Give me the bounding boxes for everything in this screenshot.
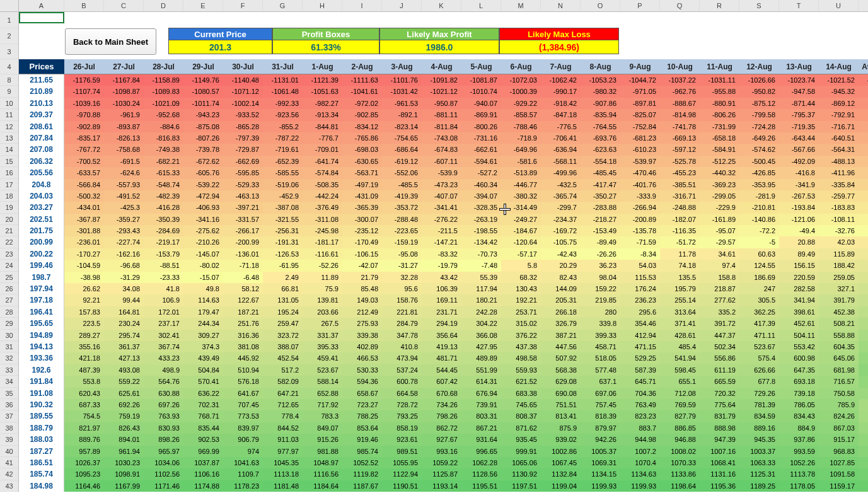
- value-cell[interactable]: 773.53: [223, 410, 263, 422]
- value-cell[interactable]: -8.34: [620, 248, 660, 260]
- value-cell[interactable]: 236.23: [620, 294, 660, 306]
- value-cell[interactable]: 1062.28: [461, 457, 501, 468]
- row-header-31[interactable]: 31: [0, 341, 18, 352]
- value-cell[interactable]: -884.6: [144, 121, 183, 132]
- value-cell[interactable]: -387.08: [263, 202, 303, 213]
- value-cell[interactable]: 1048.97: [303, 457, 342, 468]
- value-cell[interactable]: -95.08: [382, 248, 422, 260]
- value-cell[interactable]: 625.61: [104, 388, 144, 399]
- value-cell[interactable]: -866.98: [859, 98, 868, 109]
- value-cell[interactable]: 1178.23: [223, 480, 263, 492]
- value-cell[interactable]: -19.79: [422, 260, 461, 271]
- value-cell[interactable]: 582.09: [263, 376, 303, 387]
- row-header-37[interactable]: 37: [0, 410, 18, 422]
- value-cell[interactable]: 835.44: [183, 422, 223, 434]
- value-cell[interactable]: 647.21: [263, 388, 303, 399]
- value-cell[interactable]: 82.43: [541, 272, 581, 283]
- value-cell[interactable]: 786.05: [779, 399, 819, 410]
- value-cell[interactable]: -38.98: [64, 272, 104, 283]
- value-cell[interactable]: 391.72: [700, 318, 739, 329]
- value-cell[interactable]: 399.33: [581, 330, 620, 341]
- value-cell[interactable]: -411.96: [819, 167, 859, 178]
- value-cell[interactable]: 753.88: [859, 388, 868, 399]
- value-cell[interactable]: -341.16: [183, 214, 223, 225]
- value-cell[interactable]: 853.64: [342, 422, 382, 434]
- value-cell[interactable]: -672.62: [183, 156, 223, 167]
- value-cell[interactable]: -235.12: [342, 225, 382, 236]
- value-cell[interactable]: 529.25: [620, 352, 660, 364]
- value-cell[interactable]: 117.94: [461, 283, 501, 294]
- value-cell[interactable]: 21.79: [342, 272, 382, 283]
- value-cell[interactable]: 834.59: [739, 410, 779, 422]
- value-cell[interactable]: -311.08: [303, 214, 342, 225]
- value-cell[interactable]: -193.84: [779, 202, 819, 213]
- value-cell[interactable]: -607.11: [422, 156, 461, 167]
- value-cell[interactable]: -835.94: [581, 109, 620, 120]
- value-cell[interactable]: -83.32: [422, 248, 461, 260]
- price-cell[interactable]: 202.51: [19, 214, 64, 225]
- value-cell[interactable]: 327.1: [819, 283, 859, 294]
- value-cell[interactable]: 945.35: [739, 434, 779, 445]
- value-cell[interactable]: -567.66: [779, 144, 819, 155]
- value-cell[interactable]: 577.48: [581, 364, 620, 376]
- value-cell[interactable]: -200.99: [223, 236, 263, 248]
- value-cell[interactable]: 989.51: [382, 446, 422, 457]
- value-cell[interactable]: 352.28: [859, 283, 868, 294]
- value-cell[interactable]: -741.78: [660, 121, 700, 132]
- value-cell[interactable]: -136.01: [223, 248, 263, 260]
- col-header-p[interactable]: P: [620, 0, 660, 11]
- value-cell[interactable]: -525.78: [660, 156, 700, 167]
- value-cell[interactable]: 5.8: [501, 260, 541, 271]
- value-cell[interactable]: -140.86: [739, 214, 779, 225]
- col-header-t[interactable]: T: [779, 0, 819, 11]
- value-cell[interactable]: -29.57: [700, 236, 739, 248]
- value-cell[interactable]: -652.39: [263, 156, 303, 167]
- value-cell[interactable]: -731.16: [461, 132, 501, 144]
- price-cell[interactable]: 211.65: [19, 74, 64, 86]
- value-cell[interactable]: 1134.15: [581, 468, 620, 480]
- value-cell[interactable]: -649.26: [739, 132, 779, 144]
- row-header-22[interactable]: 22: [0, 236, 18, 248]
- value-cell[interactable]: -409.75: [859, 167, 868, 178]
- value-cell[interactable]: 331.37: [303, 330, 342, 341]
- value-cell[interactable]: 504.11: [779, 330, 819, 341]
- row-header-25[interactable]: 25: [0, 272, 18, 283]
- value-cell[interactable]: 783.3: [303, 410, 342, 422]
- value-cell[interactable]: 957.89: [64, 446, 104, 457]
- value-cell[interactable]: 339.8: [581, 318, 620, 329]
- value-cell[interactable]: -210.26: [183, 236, 223, 248]
- value-cell[interactable]: -641.74: [303, 156, 342, 167]
- value-cell[interactable]: -739.78: [183, 144, 223, 155]
- value-cell[interactable]: 751.51: [541, 399, 581, 410]
- row-header-15[interactable]: 15: [0, 156, 18, 167]
- value-cell[interactable]: 523.67: [303, 364, 342, 376]
- row-header-38[interactable]: 38: [0, 422, 18, 434]
- value-cell[interactable]: -875.12: [739, 98, 779, 109]
- value-cell[interactable]: 180.21: [461, 294, 501, 306]
- value-cell[interactable]: -811.84: [422, 121, 461, 132]
- value-cell[interactable]: 502.34: [700, 341, 739, 352]
- value-cell[interactable]: -249.27: [501, 214, 541, 225]
- value-cell[interactable]: 294.19: [422, 318, 461, 329]
- value-cell[interactable]: 309.27: [183, 330, 223, 341]
- value-cell[interactable]: -835.17: [64, 132, 104, 144]
- value-cell[interactable]: -407.07: [422, 190, 461, 202]
- value-cell[interactable]: 1119.82: [342, 468, 382, 480]
- value-cell[interactable]: 1199.93: [581, 480, 620, 492]
- value-cell[interactable]: 798.26: [422, 410, 461, 422]
- value-cell[interactable]: -970.88: [64, 109, 104, 120]
- value-cell[interactable]: 42.03: [819, 236, 859, 248]
- price-cell[interactable]: 196.41: [19, 306, 64, 318]
- value-cell[interactable]: 919.46: [342, 434, 382, 445]
- value-cell[interactable]: 1187.67: [342, 480, 382, 492]
- value-cell[interactable]: 1189.25: [739, 480, 779, 492]
- value-cell[interactable]: 1055.95: [382, 457, 422, 468]
- value-cell[interactable]: -198.55: [461, 225, 501, 236]
- value-cell[interactable]: 205.31: [541, 294, 581, 306]
- value-cell[interactable]: -182.07: [660, 214, 700, 225]
- active-cell-a1[interactable]: [19, 12, 64, 23]
- value-cell[interactable]: -943.23: [183, 109, 223, 120]
- value-cell[interactable]: 1034.06: [144, 457, 183, 468]
- value-cell[interactable]: 923.61: [382, 434, 422, 445]
- value-cell[interactable]: -256.31: [263, 225, 303, 236]
